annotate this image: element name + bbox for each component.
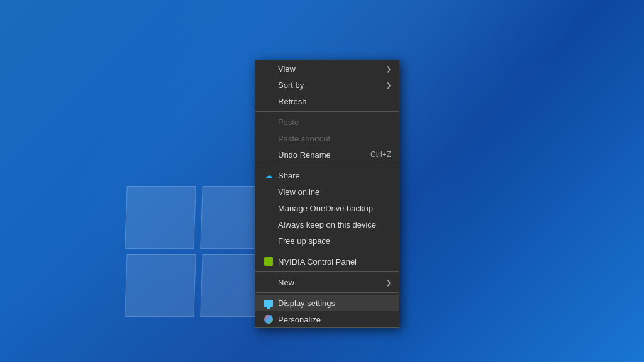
menu-item-nvidia-label: NVIDIA Control Panel bbox=[278, 257, 357, 266]
menu-item-undo-rename-label: Undo Rename bbox=[278, 150, 331, 160]
separator-1 bbox=[255, 111, 399, 112]
new-icon bbox=[263, 277, 274, 287]
menu-item-nvidia[interactable]: NVIDIA Control Panel bbox=[255, 253, 399, 270]
free-up-icon bbox=[263, 236, 274, 246]
nvidia-icon bbox=[263, 256, 274, 266]
separator-5 bbox=[255, 292, 399, 293]
undo-shortcut: Ctrl+Z bbox=[370, 150, 391, 159]
menu-item-display-settings[interactable]: Display settings bbox=[255, 295, 399, 311]
separator-3 bbox=[255, 251, 399, 251]
menu-item-display-settings-label: Display settings bbox=[278, 299, 335, 308]
menu-item-share-label: Share bbox=[278, 171, 300, 180]
menu-item-always-keep-label: Always keep on this device bbox=[278, 220, 376, 229]
menu-item-manage-onedrive-label: Manage OneDrive backup bbox=[278, 204, 373, 213]
menu-item-manage-onedrive[interactable]: Manage OneDrive backup bbox=[255, 200, 399, 216]
menu-item-new[interactable]: New ❯ bbox=[255, 274, 399, 290]
view-arrow: ❯ bbox=[386, 65, 391, 72]
always-keep-icon bbox=[263, 219, 274, 229]
view-icon bbox=[263, 63, 274, 74]
menu-item-paste-label: Paste bbox=[278, 118, 299, 127]
menu-item-always-keep[interactable]: Always keep on this device bbox=[255, 216, 399, 233]
menu-item-view-online-label: View online bbox=[278, 187, 319, 197]
menu-item-free-up-label: Free up space bbox=[278, 236, 330, 246]
undo-icon bbox=[263, 150, 274, 160]
manage-onedrive-icon bbox=[263, 203, 274, 213]
desktop: View ❯ Sort by ❯ Refresh Paste Paste sho… bbox=[0, 0, 644, 362]
menu-item-view[interactable]: View ❯ bbox=[255, 60, 399, 77]
cloud-icon: ☁ bbox=[263, 170, 274, 180]
menu-item-free-up[interactable]: Free up space bbox=[255, 233, 399, 249]
menu-item-undo-rename[interactable]: Undo Rename Ctrl+Z bbox=[255, 146, 399, 163]
menu-item-paste-shortcut[interactable]: Paste shortcut bbox=[255, 130, 399, 146]
menu-item-sort-by[interactable]: Sort by ❯ bbox=[255, 77, 399, 93]
menu-item-personalize[interactable]: Personalize bbox=[255, 311, 399, 327]
context-menu: View ❯ Sort by ❯ Refresh Paste Paste sho… bbox=[255, 60, 399, 328]
menu-item-new-label: New bbox=[278, 278, 294, 287]
display-settings-icon bbox=[263, 298, 274, 308]
menu-item-paste[interactable]: Paste bbox=[255, 114, 399, 130]
refresh-icon bbox=[263, 96, 274, 106]
personalize-icon bbox=[263, 314, 274, 324]
menu-item-view-label: View bbox=[278, 64, 296, 74]
paste-shortcut-icon bbox=[263, 133, 274, 143]
menu-item-view-online[interactable]: View online bbox=[255, 184, 399, 200]
menu-item-sort-by-label: Sort by bbox=[278, 80, 304, 90]
menu-item-personalize-label: Personalize bbox=[278, 315, 321, 324]
paste-icon bbox=[263, 117, 274, 127]
separator-4 bbox=[255, 272, 399, 272]
sort-icon bbox=[263, 80, 274, 90]
new-arrow: ❯ bbox=[386, 279, 391, 286]
view-online-icon bbox=[263, 187, 274, 197]
menu-item-paste-shortcut-label: Paste shortcut bbox=[278, 134, 330, 143]
sort-arrow: ❯ bbox=[386, 82, 391, 89]
separator-2 bbox=[255, 165, 399, 165]
menu-item-refresh[interactable]: Refresh bbox=[255, 93, 399, 109]
menu-item-refresh-label: Refresh bbox=[278, 97, 307, 106]
menu-item-share[interactable]: ☁ Share bbox=[255, 167, 399, 184]
